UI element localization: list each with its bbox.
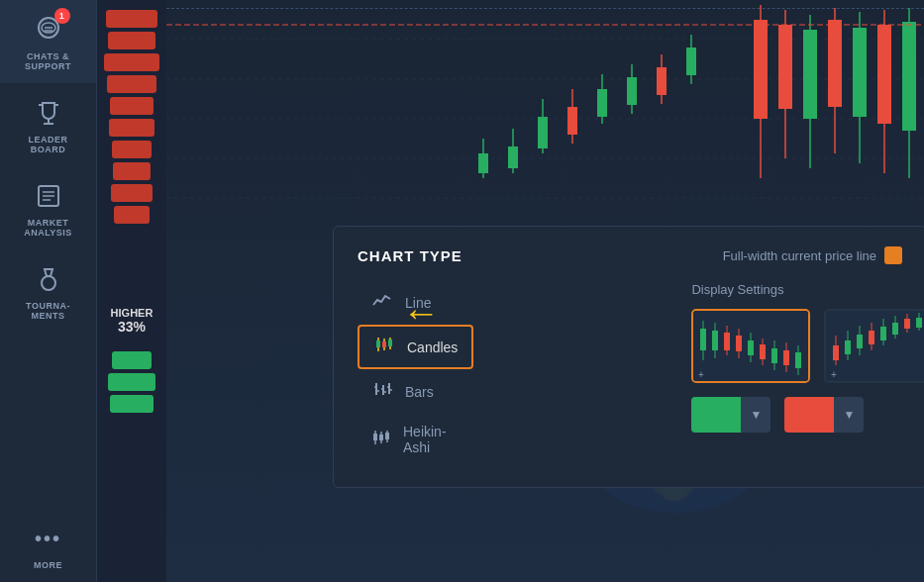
green-bars-container xyxy=(97,351,166,413)
red-bar xyxy=(114,206,150,224)
bars-label: Bars xyxy=(405,384,434,400)
red-bar xyxy=(111,184,153,202)
svg-rect-91 xyxy=(771,348,777,363)
higher-section: HIGHER 33% xyxy=(97,307,166,335)
svg-rect-52 xyxy=(877,25,891,124)
green-bar xyxy=(112,351,152,369)
trophy-icon xyxy=(31,95,66,131)
sidebar-item-chats-support[interactable]: 1 CHATS & SUPPORT xyxy=(0,0,96,83)
svg-rect-38 xyxy=(657,67,667,95)
svg-rect-59 xyxy=(382,341,386,347)
svg-rect-50 xyxy=(853,28,867,117)
red-bar xyxy=(110,97,154,115)
svg-text:+: + xyxy=(831,369,837,380)
svg-rect-105 xyxy=(869,331,874,344)
leaderboard-label: LEADER BOARD xyxy=(28,135,67,154)
market-analysis-label: MARKET ANALYSIS xyxy=(24,218,72,238)
svg-rect-28 xyxy=(508,146,518,168)
modal-title: CHART TYPE xyxy=(358,247,462,264)
tournaments-label: TOURNA- MENTS xyxy=(26,301,70,321)
color-down-box[interactable] xyxy=(784,397,834,433)
chart-type-bars[interactable]: Bars xyxy=(358,371,473,412)
chart-type-modal: CHART TYPE Full-width current price line… xyxy=(333,226,924,488)
notification-badge: 1 xyxy=(54,8,70,24)
color-up-selector[interactable]: ▼ xyxy=(691,397,770,433)
svg-rect-87 xyxy=(748,340,754,355)
full-width-toggle[interactable] xyxy=(884,246,902,264)
full-width-line[interactable]: Full-width current price line xyxy=(723,246,902,264)
pct-label: 33% xyxy=(97,319,166,335)
svg-rect-107 xyxy=(880,327,886,340)
svg-rect-34 xyxy=(597,89,607,117)
chart-previews: + xyxy=(691,309,924,383)
full-width-label: Full-width current price line xyxy=(723,248,876,263)
color-down-selector[interactable]: ▼ xyxy=(784,397,864,433)
red-bar xyxy=(109,119,154,137)
svg-rect-61 xyxy=(388,340,392,346)
svg-rect-83 xyxy=(724,333,730,350)
bars-icon xyxy=(371,381,393,402)
arrow-indicator: ← xyxy=(402,292,440,335)
svg-rect-99 xyxy=(833,345,839,360)
svg-text:+: + xyxy=(698,369,704,380)
svg-rect-44 xyxy=(778,25,792,109)
display-settings: Display Settings xyxy=(691,282,924,467)
svg-rect-93 xyxy=(783,350,789,365)
svg-rect-48 xyxy=(828,20,842,107)
sidebar-item-more[interactable]: ••• MORE xyxy=(0,509,96,582)
svg-rect-111 xyxy=(904,319,910,329)
svg-rect-36 xyxy=(627,77,637,105)
red-bars-container xyxy=(97,0,166,302)
left-panel: HIGHER 33% xyxy=(97,0,166,582)
svg-rect-30 xyxy=(538,117,548,148)
svg-point-10 xyxy=(42,276,55,290)
svg-rect-54 xyxy=(902,22,916,131)
chats-icon: 1 xyxy=(31,12,66,48)
svg-rect-95 xyxy=(795,352,801,368)
svg-rect-57 xyxy=(376,340,380,347)
heikin-ashi-label: Heikin-Ashi xyxy=(403,424,460,455)
color-up-dropdown[interactable]: ▼ xyxy=(741,397,770,433)
svg-rect-26 xyxy=(478,153,488,173)
more-label: MORE xyxy=(34,560,62,570)
svg-rect-79 xyxy=(700,329,706,350)
color-up-box[interactable] xyxy=(691,397,741,433)
higher-label: HIGHER xyxy=(97,307,166,319)
medal-icon xyxy=(31,261,66,297)
line-icon xyxy=(371,292,393,313)
red-bar xyxy=(108,32,155,49)
svg-rect-72 xyxy=(373,434,377,440)
red-bar xyxy=(113,162,151,180)
svg-rect-89 xyxy=(760,344,766,359)
more-icon: ••• xyxy=(31,521,66,556)
chart-area: 🌍 xyxy=(166,0,924,582)
svg-rect-101 xyxy=(845,340,851,354)
svg-rect-103 xyxy=(857,335,863,348)
modal-header: CHART TYPE Full-width current price line xyxy=(358,246,902,264)
sidebar-item-market-analysis[interactable]: MARKET ANALYSIS xyxy=(0,166,96,249)
candles-label: Candles xyxy=(407,340,458,355)
red-bar xyxy=(104,53,159,71)
svg-rect-32 xyxy=(567,107,577,135)
chart-preview-1[interactable]: + xyxy=(691,309,810,383)
color-selectors: ▼ ▼ xyxy=(691,397,924,433)
chart-preview-2[interactable]: + xyxy=(824,309,924,383)
chats-label: CHATS & SUPPORT xyxy=(25,51,71,71)
svg-rect-85 xyxy=(736,336,742,351)
sidebar-item-leaderboard[interactable]: LEADER BOARD xyxy=(0,83,96,166)
sidebar: 1 CHATS & SUPPORT LEADER BOARD MARKET AN… xyxy=(0,0,97,582)
candlestick-chart xyxy=(166,0,924,238)
svg-rect-76 xyxy=(385,433,389,439)
sidebar-item-tournaments[interactable]: TOURNA- MENTS xyxy=(0,249,96,333)
red-bar xyxy=(106,10,157,28)
red-bar xyxy=(112,141,152,158)
svg-rect-42 xyxy=(754,20,768,119)
svg-rect-113 xyxy=(916,318,922,328)
svg-rect-46 xyxy=(803,30,817,119)
svg-rect-109 xyxy=(892,323,898,335)
news-icon xyxy=(31,178,66,214)
heikin-icon xyxy=(371,430,391,450)
red-bar xyxy=(107,75,156,93)
chart-type-heikin-ashi[interactable]: Heikin-Ashi xyxy=(358,414,473,465)
color-down-dropdown[interactable]: ▼ xyxy=(834,397,864,433)
